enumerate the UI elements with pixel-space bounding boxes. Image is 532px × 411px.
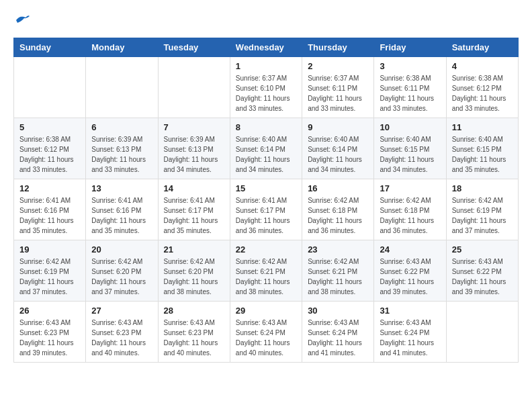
day-number: 17	[380, 183, 440, 193]
day-number: 2	[308, 61, 368, 71]
day-info: Sunrise: 6:43 AM Sunset: 6:22 PM Dayligh…	[452, 257, 513, 297]
calendar-cell	[86, 57, 158, 118]
day-info: Sunrise: 6:40 AM Sunset: 6:14 PM Dayligh…	[308, 134, 368, 175]
calendar-cell: 26Sunrise: 6:43 AM Sunset: 6:23 PM Dayli…	[14, 302, 86, 363]
day-info: Sunrise: 6:43 AM Sunset: 6:24 PM Dayligh…	[380, 318, 440, 358]
day-number: 18	[452, 183, 513, 193]
calendar-cell: 19Sunrise: 6:42 AM Sunset: 6:19 PM Dayli…	[14, 240, 86, 302]
day-number: 25	[452, 244, 513, 255]
day-info: Sunrise: 6:42 AM Sunset: 6:21 PM Dayligh…	[236, 257, 296, 297]
day-header-sunday: Sunday	[14, 38, 86, 57]
day-number: 23	[308, 244, 368, 255]
day-info: Sunrise: 6:42 AM Sunset: 6:20 PM Dayligh…	[91, 257, 152, 297]
calendar-cell: 16Sunrise: 6:42 AM Sunset: 6:18 PM Dayli…	[302, 179, 374, 240]
calendar-cell: 4Sunrise: 6:38 AM Sunset: 6:12 PM Daylig…	[446, 57, 518, 118]
page-header	[13, 13, 519, 27]
day-info: Sunrise: 6:42 AM Sunset: 6:20 PM Dayligh…	[164, 257, 224, 297]
calendar-cell	[446, 302, 518, 363]
calendar-cell: 30Sunrise: 6:43 AM Sunset: 6:24 PM Dayli…	[302, 302, 374, 363]
day-info: Sunrise: 6:41 AM Sunset: 6:17 PM Dayligh…	[164, 195, 224, 236]
day-info: Sunrise: 6:42 AM Sunset: 6:19 PM Dayligh…	[19, 257, 80, 297]
day-number: 30	[308, 306, 368, 316]
day-info: Sunrise: 6:41 AM Sunset: 6:16 PM Dayligh…	[91, 195, 152, 236]
day-info: Sunrise: 6:42 AM Sunset: 6:19 PM Dayligh…	[452, 195, 513, 236]
day-info: Sunrise: 6:43 AM Sunset: 6:23 PM Dayligh…	[91, 318, 152, 358]
day-info: Sunrise: 6:40 AM Sunset: 6:15 PM Dayligh…	[380, 134, 440, 175]
day-info: Sunrise: 6:43 AM Sunset: 6:23 PM Dayligh…	[19, 318, 80, 358]
day-number: 14	[164, 183, 224, 193]
calendar-cell: 5Sunrise: 6:38 AM Sunset: 6:12 PM Daylig…	[14, 118, 86, 179]
calendar-cell: 12Sunrise: 6:41 AM Sunset: 6:16 PM Dayli…	[14, 179, 86, 240]
calendar-cell: 31Sunrise: 6:43 AM Sunset: 6:24 PM Dayli…	[374, 302, 446, 363]
calendar-cell: 11Sunrise: 6:40 AM Sunset: 6:15 PM Dayli…	[446, 118, 518, 179]
day-number: 7	[164, 122, 224, 132]
day-info: Sunrise: 6:42 AM Sunset: 6:21 PM Dayligh…	[308, 257, 368, 297]
logo-bird-icon	[15, 13, 31, 27]
day-header-monday: Monday	[86, 38, 158, 57]
day-number: 5	[19, 122, 80, 132]
day-number: 4	[452, 61, 513, 71]
day-info: Sunrise: 6:39 AM Sunset: 6:13 PM Dayligh…	[91, 134, 152, 175]
day-info: Sunrise: 6:41 AM Sunset: 6:16 PM Dayligh…	[19, 195, 80, 236]
day-header-saturday: Saturday	[446, 38, 518, 57]
calendar-cell: 25Sunrise: 6:43 AM Sunset: 6:22 PM Dayli…	[446, 240, 518, 302]
calendar-cell: 23Sunrise: 6:42 AM Sunset: 6:21 PM Dayli…	[302, 240, 374, 302]
calendar-cell: 9Sunrise: 6:40 AM Sunset: 6:14 PM Daylig…	[302, 118, 374, 179]
day-number: 21	[164, 244, 224, 255]
day-number: 16	[308, 183, 368, 193]
calendar-week-4: 19Sunrise: 6:42 AM Sunset: 6:19 PM Dayli…	[14, 240, 519, 302]
logo	[13, 13, 31, 27]
calendar-header-row: SundayMondayTuesdayWednesdayThursdayFrid…	[14, 38, 519, 57]
day-info: Sunrise: 6:37 AM Sunset: 6:11 PM Dayligh…	[308, 73, 368, 113]
calendar-cell: 24Sunrise: 6:43 AM Sunset: 6:22 PM Dayli…	[374, 240, 446, 302]
calendar-cell: 3Sunrise: 6:38 AM Sunset: 6:11 PM Daylig…	[374, 57, 446, 118]
calendar-cell	[158, 57, 230, 118]
day-number: 10	[380, 122, 440, 132]
day-number: 31	[380, 306, 440, 316]
day-number: 24	[380, 244, 440, 255]
day-info: Sunrise: 6:43 AM Sunset: 6:22 PM Dayligh…	[380, 257, 440, 297]
day-info: Sunrise: 6:41 AM Sunset: 6:17 PM Dayligh…	[236, 195, 296, 236]
day-number: 28	[164, 306, 224, 316]
day-number: 9	[308, 122, 368, 132]
day-header-tuesday: Tuesday	[158, 38, 230, 57]
calendar-cell: 20Sunrise: 6:42 AM Sunset: 6:20 PM Dayli…	[86, 240, 158, 302]
calendar-cell: 27Sunrise: 6:43 AM Sunset: 6:23 PM Dayli…	[86, 302, 158, 363]
calendar-cell	[14, 57, 86, 118]
day-info: Sunrise: 6:39 AM Sunset: 6:13 PM Dayligh…	[164, 134, 224, 175]
day-number: 13	[91, 183, 152, 193]
calendar-cell: 13Sunrise: 6:41 AM Sunset: 6:16 PM Dayli…	[86, 179, 158, 240]
day-number: 29	[236, 306, 296, 316]
day-header-friday: Friday	[374, 38, 446, 57]
day-info: Sunrise: 6:40 AM Sunset: 6:14 PM Dayligh…	[236, 134, 296, 175]
calendar-week-5: 26Sunrise: 6:43 AM Sunset: 6:23 PM Dayli…	[14, 302, 519, 363]
day-header-wednesday: Wednesday	[230, 38, 302, 57]
day-info: Sunrise: 6:43 AM Sunset: 6:24 PM Dayligh…	[308, 318, 368, 358]
day-number: 3	[380, 61, 440, 71]
calendar-cell: 28Sunrise: 6:43 AM Sunset: 6:23 PM Dayli…	[158, 302, 230, 363]
day-number: 15	[236, 183, 296, 193]
day-number: 11	[452, 122, 513, 132]
day-info: Sunrise: 6:42 AM Sunset: 6:18 PM Dayligh…	[380, 195, 440, 236]
calendar-cell: 18Sunrise: 6:42 AM Sunset: 6:19 PM Dayli…	[446, 179, 518, 240]
day-number: 1	[236, 61, 296, 71]
calendar-cell: 15Sunrise: 6:41 AM Sunset: 6:17 PM Dayli…	[230, 179, 302, 240]
day-info: Sunrise: 6:38 AM Sunset: 6:12 PM Dayligh…	[19, 134, 80, 175]
day-number: 19	[19, 244, 80, 255]
calendar-week-2: 5Sunrise: 6:38 AM Sunset: 6:12 PM Daylig…	[14, 118, 519, 179]
calendar-week-1: 1Sunrise: 6:37 AM Sunset: 6:10 PM Daylig…	[14, 57, 519, 118]
day-info: Sunrise: 6:38 AM Sunset: 6:12 PM Dayligh…	[452, 73, 513, 113]
calendar-cell: 21Sunrise: 6:42 AM Sunset: 6:20 PM Dayli…	[158, 240, 230, 302]
calendar-table: SundayMondayTuesdayWednesdayThursdayFrid…	[13, 38, 519, 363]
day-number: 22	[236, 244, 296, 255]
calendar-cell: 1Sunrise: 6:37 AM Sunset: 6:10 PM Daylig…	[230, 57, 302, 118]
day-header-thursday: Thursday	[302, 38, 374, 57]
day-number: 8	[236, 122, 296, 132]
calendar-cell: 17Sunrise: 6:42 AM Sunset: 6:18 PM Dayli…	[374, 179, 446, 240]
day-number: 27	[91, 306, 152, 316]
day-number: 12	[19, 183, 80, 193]
calendar-cell: 10Sunrise: 6:40 AM Sunset: 6:15 PM Dayli…	[374, 118, 446, 179]
calendar-week-3: 12Sunrise: 6:41 AM Sunset: 6:16 PM Dayli…	[14, 179, 519, 240]
calendar-cell: 6Sunrise: 6:39 AM Sunset: 6:13 PM Daylig…	[86, 118, 158, 179]
day-number: 20	[91, 244, 152, 255]
